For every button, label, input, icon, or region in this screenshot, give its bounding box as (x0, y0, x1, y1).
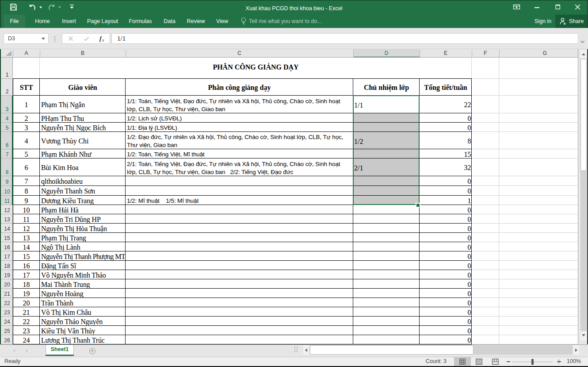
svg-text:x: x (102, 38, 104, 42)
svg-text:f: f (99, 35, 102, 42)
